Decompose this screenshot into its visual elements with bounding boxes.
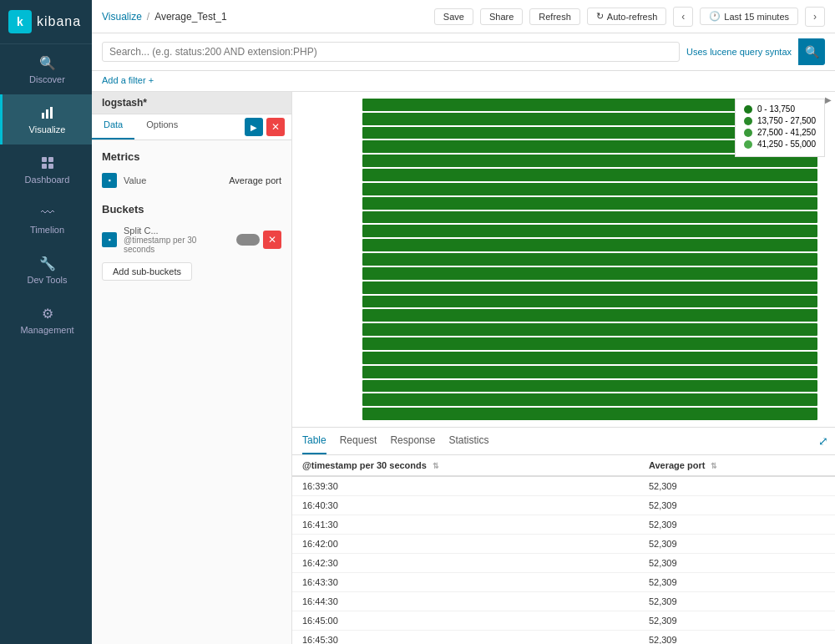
svg-rect-4: [48, 157, 53, 162]
sort-icon-value: ⇅: [711, 462, 717, 470]
chart-bar-row: [362, 253, 832, 266]
chart-bar-row: [362, 267, 832, 280]
chart-bar-row: [362, 197, 832, 210]
metric-value: Average port: [229, 175, 281, 185]
share-button[interactable]: Share: [480, 8, 523, 25]
sidebar-item-label-discover: Discover: [29, 74, 65, 84]
metrics-title: Metrics: [92, 140, 291, 168]
bar-fill: [362, 281, 817, 294]
table-row: 16:44:3052,309: [292, 592, 835, 611]
tab-request[interactable]: Request: [340, 428, 377, 454]
sidebar-item-management[interactable]: ⚙ Management: [0, 295, 92, 345]
sidebar: k kibana 🔍 Discover Visualize Dashboard …: [0, 0, 92, 644]
breadcrumb-current: Average_Test_1: [154, 11, 227, 23]
chart-bar-row: [362, 225, 832, 237]
breadcrumb-visualize[interactable]: Visualize: [102, 11, 142, 23]
metric-row: ▪ Value Average port: [92, 168, 291, 193]
legend-item: 27,500 - 41,250: [744, 128, 816, 137]
clock-icon: 🕐: [709, 11, 721, 22]
col-value-header[interactable]: Average port ⇅: [639, 455, 835, 476]
close-panel-button[interactable]: ✕: [266, 118, 285, 136]
legend-item: 13,750 - 27,500: [744, 116, 816, 125]
cell-value: 52,309: [639, 554, 835, 573]
metric-label: Value: [124, 175, 146, 185]
expand-chart-icon[interactable]: ▶: [825, 95, 832, 104]
chart-bar-row: [362, 211, 832, 224]
bar-fill: [362, 267, 817, 280]
tab-options[interactable]: Options: [134, 114, 190, 139]
autorefresh-button[interactable]: ↻ Auto-refresh: [587, 8, 667, 25]
toggle-button[interactable]: [236, 234, 260, 246]
col-timestamp-header[interactable]: @timestamp per 30 seconds ⇅: [292, 455, 639, 476]
bar-fill: [362, 408, 817, 420]
tab-data[interactable]: Data: [92, 114, 134, 139]
prev-arrow-button[interactable]: ‹: [673, 7, 693, 27]
left-panel: logstash* Data Options ▶ ✕ Metrics ▪ Val…: [92, 92, 292, 644]
bucket-row: ▪ Split C... @timestamp per 30 seconds ✕: [92, 221, 291, 259]
lucene-syntax-link[interactable]: Uses lucene query syntax: [686, 47, 792, 57]
legend-item: 41,250 - 55,000: [744, 139, 816, 149]
cell-value: 52,309: [639, 592, 835, 611]
right-panel: 0 - 13,75013,750 - 27,50027,500 - 41,250…: [292, 92, 835, 644]
chart-legend: 0 - 13,75013,750 - 27,50027,500 - 41,250…: [735, 99, 825, 157]
run-button[interactable]: ▶: [245, 118, 263, 136]
cell-timestamp: 16:43:30: [292, 573, 639, 592]
tab-table[interactable]: Table: [302, 428, 326, 454]
tab-statistics[interactable]: Statistics: [448, 428, 488, 454]
sidebar-item-label-devtools: Dev Tools: [27, 275, 67, 285]
table-row: 16:41:3052,309: [292, 515, 835, 535]
chart-bar-row: [362, 352, 832, 364]
search-button[interactable]: 🔍: [798, 38, 825, 65]
remove-bucket-button[interactable]: ✕: [263, 231, 281, 249]
svg-rect-0: [42, 113, 44, 119]
expand-table-icon[interactable]: ⤢: [818, 434, 828, 448]
chart-bar-row: [362, 408, 832, 420]
sidebar-item-timelion[interactable]: 〰 Timelion: [0, 195, 92, 245]
sidebar-item-visualize[interactable]: Visualize: [0, 94, 92, 145]
legend-label: 0 - 13,750: [757, 104, 795, 114]
cell-timestamp: 16:44:30: [292, 592, 639, 611]
sidebar-item-discover[interactable]: 🔍 Discover: [0, 44, 92, 94]
legend-label: 27,500 - 41,250: [757, 128, 816, 137]
cell-value: 52,309: [639, 535, 835, 554]
timelion-icon: 〰: [39, 205, 56, 221]
autorefresh-label: Auto-refresh: [607, 12, 658, 22]
table-row: 16:40:3052,309: [292, 496, 835, 515]
search-input-wrap: [102, 42, 680, 62]
chart-bar-row: [362, 380, 832, 393]
cell-value: 52,309: [639, 631, 835, 645]
cell-timestamp: 16:39:30: [292, 476, 639, 496]
cell-timestamp: 16:42:00: [292, 535, 639, 554]
bar-fill: [362, 323, 817, 336]
kibana-logo-text: kibana: [37, 14, 81, 29]
metric-icon: ▪: [102, 173, 117, 188]
chart-bar-row: [362, 323, 832, 336]
visualize-icon: [39, 104, 56, 121]
chart-bar-row: [362, 309, 832, 322]
chart-y-labels: [292, 92, 359, 427]
bottom-tabs: Table Request Response Statistics ⤢: [292, 428, 835, 455]
main-area: Visualize / Average_Test_1 Save Share Re…: [92, 0, 835, 644]
svg-rect-2: [50, 107, 53, 119]
cell-value: 52,309: [639, 573, 835, 592]
sidebar-item-dashboard[interactable]: Dashboard: [0, 145, 92, 195]
results-table: @timestamp per 30 seconds ⇅ Average port…: [292, 455, 835, 644]
bar-fill: [362, 337, 817, 350]
save-button[interactable]: Save: [434, 8, 473, 25]
search-input[interactable]: [109, 46, 672, 58]
add-sub-buckets-button[interactable]: Add sub-buckets: [102, 262, 192, 281]
bar-fill: [362, 253, 817, 266]
svg-rect-5: [42, 164, 47, 169]
table-row: 16:39:3052,309: [292, 476, 835, 496]
tab-response[interactable]: Response: [390, 428, 435, 454]
search-icon: 🔍: [805, 45, 819, 58]
add-filter-button[interactable]: Add a filter +: [102, 75, 154, 85]
bucket-controls: ✕: [236, 231, 281, 249]
time-range-button[interactable]: 🕐 Last 15 minutes: [700, 8, 798, 25]
svg-rect-1: [46, 109, 48, 119]
sidebar-item-devtools[interactable]: 🔧 Dev Tools: [0, 245, 92, 295]
refresh-button[interactable]: Refresh: [529, 8, 580, 25]
topbar: Visualize / Average_Test_1 Save Share Re…: [92, 0, 835, 33]
devtools-icon: 🔧: [39, 255, 56, 271]
next-arrow-button[interactable]: ›: [805, 7, 825, 27]
